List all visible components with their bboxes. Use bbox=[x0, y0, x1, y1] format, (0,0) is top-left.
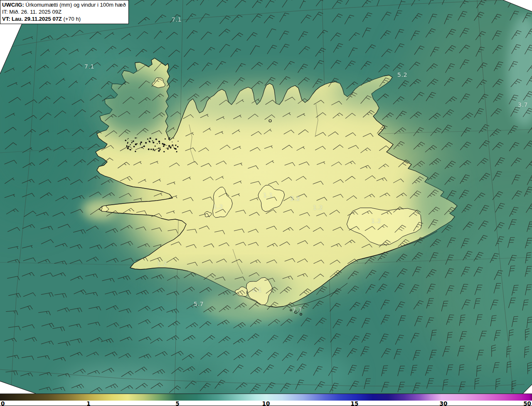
weather-map-viewport: 7.17.15.23.71.13.21.21.21.21.21.15.77.7 … bbox=[0, 0, 532, 406]
colorbar-tick: 0 bbox=[1, 400, 5, 406]
colorbar-tick: 30 bbox=[440, 400, 448, 406]
model-name: UWC/IG: bbox=[2, 2, 24, 8]
colorbar-tick: 15 bbox=[351, 400, 359, 406]
lead-time: (+70 h) bbox=[62, 16, 81, 22]
colorbar-tick: 10 bbox=[262, 400, 270, 406]
colorbar-tick: 50 bbox=[523, 400, 531, 406]
colorbar-tick: 5 bbox=[175, 400, 179, 406]
valid-time: VT: Lau. 29.11.2025 07Z bbox=[2, 16, 62, 22]
title-line-valid: VT: Lau. 29.11.2025 07Z (+70 h) bbox=[2, 15, 126, 22]
title-text: Úrkomumætti (mm) og vindur i 100m hæð bbox=[24, 2, 126, 8]
colorbar-tick-labels: 01510153050 bbox=[0, 400, 532, 406]
colorbar-tick: 1 bbox=[86, 400, 90, 406]
title-line-model: UWC/IG: Úrkomumætti (mm) og vindur i 100… bbox=[2, 1, 126, 8]
title-line-init: IT: Mið. 26. 11. 2025 09Z bbox=[2, 8, 126, 15]
map-canvas bbox=[0, 0, 532, 394]
colorbar-gradient bbox=[0, 394, 532, 401]
forecast-title-box: UWC/IG: Úrkomumætti (mm) og vindur i 100… bbox=[0, 0, 129, 24]
colorbar-legend: 01510153050 bbox=[0, 394, 532, 406]
